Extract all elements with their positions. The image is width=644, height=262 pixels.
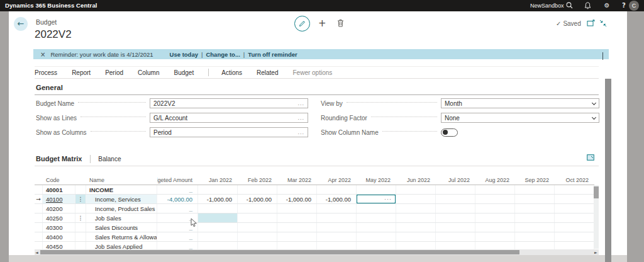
cell-jun-2022[interactable] <box>396 185 436 194</box>
row-menu-cell[interactable]: ⋮ <box>75 195 86 203</box>
cell-sep-2022[interactable] <box>515 185 555 194</box>
cell-oct-2022[interactable] <box>555 242 594 249</box>
cell-apr-2022[interactable] <box>317 242 357 249</box>
cell-feb-2022[interactable] <box>238 185 277 194</box>
delete-button[interactable] <box>337 19 344 27</box>
cell-feb-2022[interactable] <box>238 223 277 232</box>
cell-mar-2022[interactable] <box>277 242 317 249</box>
cell-jul-2022[interactable] <box>436 214 475 222</box>
cell-jun-2022[interactable] <box>396 204 436 213</box>
cell-jan-2022[interactable] <box>198 185 238 194</box>
search-icon[interactable] <box>566 2 575 9</box>
cell-aug-2022[interactable] <box>475 242 515 249</box>
collapse-window-icon[interactable] <box>599 20 607 27</box>
app-title[interactable]: Dynamics 365 Business Central <box>5 2 97 9</box>
code-value[interactable]: 40400 <box>46 234 62 241</box>
matrix-focus-mode-icon[interactable] <box>587 154 594 161</box>
tab-budget-matrix[interactable]: Budget Matrix <box>36 155 82 162</box>
banner-chevron-down-icon[interactable] <box>602 52 603 60</box>
cell-oct-2022[interactable] <box>555 204 594 213</box>
cell-name[interactable]: Sales Returns & Allowances <box>86 232 157 241</box>
cell-aug-2022[interactable] <box>475 195 515 203</box>
cell-aug-2022[interactable] <box>475 204 515 213</box>
cell-may-2022[interactable] <box>357 242 396 249</box>
cell-code[interactable]: 40400 <box>43 232 75 241</box>
cell-jan-2022[interactable] <box>198 214 238 222</box>
budgeted-amount-value[interactable]: _ <box>189 205 192 212</box>
cell-apr-2022[interactable] <box>317 204 357 213</box>
notifications-bell-icon[interactable] <box>584 2 593 9</box>
cell-sep-2022[interactable] <box>515 204 555 213</box>
show-as-columns-input[interactable]: Period... <box>150 127 308 137</box>
cell-mar-2022[interactable]: -1,000.00 <box>277 195 317 203</box>
cell-name[interactable]: Income, Product Sales <box>86 204 157 213</box>
cell-apr-2022[interactable] <box>317 214 357 222</box>
cell-oct-2022[interactable] <box>555 195 594 203</box>
selected-cell[interactable]: ··· <box>357 195 396 203</box>
cell-sep-2022[interactable] <box>515 195 555 203</box>
banner-close-icon[interactable]: × <box>40 51 45 58</box>
chevron-down-icon[interactable] <box>592 100 596 105</box>
row-options-dots-icon[interactable]: ⋮ <box>75 215 86 221</box>
menu-item-column[interactable]: Column <box>138 69 159 76</box>
code-value[interactable]: 40001 <box>46 186 62 193</box>
cell-feb-2022[interactable] <box>238 242 277 249</box>
cell-name[interactable]: INCOME <box>86 185 157 194</box>
assist-edit-icon[interactable]: ... <box>297 100 304 106</box>
budgeted-amount-value[interactable]: _ <box>189 243 192 250</box>
cell-may-2022[interactable] <box>357 185 396 194</box>
code-value[interactable]: 40250 <box>46 215 62 222</box>
cell-jan-2022[interactable] <box>198 204 238 213</box>
cell-mar-2022[interactable] <box>277 185 317 194</box>
banner-action-change-to[interactable]: Change to... <box>206 51 240 58</box>
menu-item-period[interactable]: Period <box>105 69 123 76</box>
cell-aug-2022[interactable] <box>475 223 515 232</box>
show-as-lines-input[interactable]: G/L Account... <box>150 113 308 123</box>
user-avatar[interactable]: C <box>629 1 639 11</box>
budgeted-amount-value[interactable]: _ <box>189 186 192 193</box>
assist-edit-icon[interactable]: ... <box>297 129 304 135</box>
cell-jun-2022[interactable] <box>396 214 436 222</box>
cell-feb-2022[interactable] <box>238 204 277 213</box>
cell-oct-2022[interactable] <box>555 232 594 241</box>
cell-feb-2022[interactable] <box>238 232 277 241</box>
cell-budgeted-amount[interactable]: _ <box>157 242 198 249</box>
banner-action-use-today[interactable]: Use today <box>170 51 198 58</box>
cell-sep-2022[interactable] <box>515 223 555 232</box>
cell-apr-2022[interactable]: -1,000.00 <box>317 195 357 203</box>
cell-mar-2022[interactable] <box>277 214 317 222</box>
cell-may-2022[interactable] <box>357 214 396 222</box>
cell-jun-2022[interactable] <box>396 242 436 249</box>
cell-jan-2022[interactable]: -1,000.00 <box>198 195 238 203</box>
cell-budgeted-amount[interactable]: _ <box>157 232 198 241</box>
table-vertical-scrollbar-thumb[interactable] <box>594 186 599 198</box>
cell-jan-2022[interactable] <box>198 232 238 241</box>
chevron-down-icon[interactable] <box>592 115 596 119</box>
cell-code[interactable]: 40450 <box>43 242 75 249</box>
cell-code[interactable]: 40200 <box>43 204 75 213</box>
cell-jul-2022[interactable] <box>436 242 475 249</box>
cell-may-2022[interactable] <box>357 204 396 213</box>
back-button[interactable]: ← <box>14 17 28 31</box>
cell-jul-2022[interactable] <box>436 223 475 232</box>
cell-apr-2022[interactable] <box>317 185 357 194</box>
cell-mar-2022[interactable] <box>277 204 317 213</box>
menu-item-report[interactable]: Report <box>72 69 91 76</box>
cell-code[interactable]: 40001 <box>43 185 75 194</box>
cell-code[interactable]: 40100 <box>43 195 75 203</box>
cell-jul-2022[interactable] <box>436 185 475 194</box>
table-horizontal-scrollbar-thumb[interactable] <box>40 250 519 254</box>
cell-name[interactable]: Job Sales <box>86 214 157 222</box>
cell-sep-2022[interactable] <box>515 232 555 241</box>
cell-sep-2022[interactable] <box>515 242 555 249</box>
menu-item-process[interactable]: Process <box>35 69 57 76</box>
cell-name[interactable]: Job Sales Applied <box>86 242 157 249</box>
assist-edit-icon[interactable]: ... <box>297 115 304 121</box>
cell-budgeted-amount[interactable]: _ <box>157 204 198 213</box>
cell-sep-2022[interactable] <box>515 214 555 222</box>
help-icon[interactable]: ? <box>619 2 628 9</box>
cell-oct-2022[interactable] <box>555 214 594 222</box>
show-column-name-toggle[interactable] <box>441 128 458 137</box>
code-value[interactable]: 40300 <box>46 224 62 231</box>
budgeted-amount-value[interactable]: -4,000.00 <box>167 196 192 203</box>
